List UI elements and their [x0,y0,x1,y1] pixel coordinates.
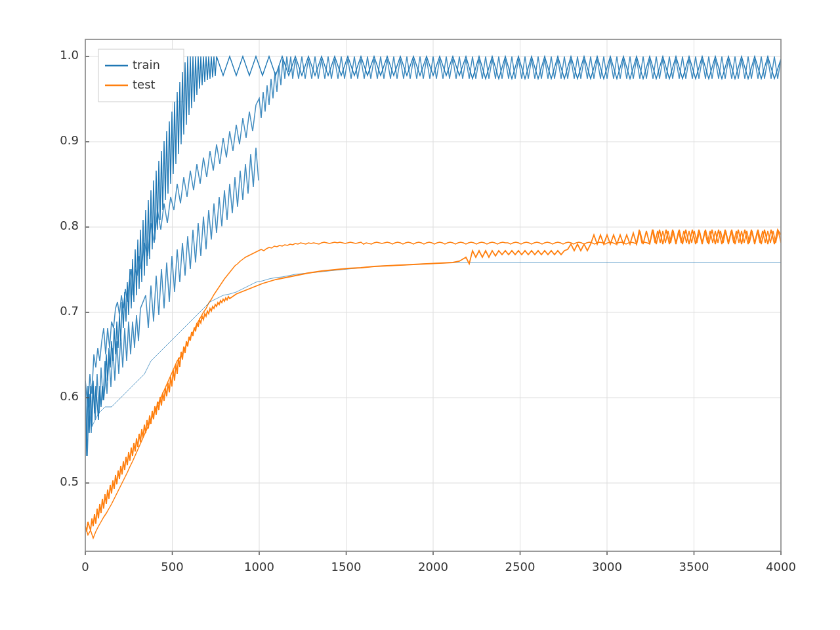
svg-text:1500: 1500 [331,560,362,574]
svg-text:0.7: 0.7 [60,304,79,318]
svg-text:1.0: 1.0 [60,48,79,62]
svg-text:500: 500 [161,560,183,574]
svg-text:2000: 2000 [418,560,448,574]
svg-text:0.8: 0.8 [60,219,79,232]
svg-text:4000: 4000 [766,560,796,574]
svg-rect-30 [98,49,184,102]
svg-text:0.9: 0.9 [60,133,79,147]
chart-container: 1.0 0.9 0.8 0.7 0.6 0.5 0 500 1000 1500 … [33,26,807,604]
svg-text:2500: 2500 [505,560,536,574]
legend-train-label: train [133,58,160,72]
legend-test-label: test [133,77,156,91]
chart-svg: 1.0 0.9 0.8 0.7 0.6 0.5 0 500 1000 1500 … [33,26,807,604]
svg-text:3500: 3500 [679,560,709,574]
svg-text:0.5: 0.5 [60,474,79,488]
svg-text:3000: 3000 [592,560,622,574]
svg-text:0: 0 [81,560,89,574]
svg-text:0.6: 0.6 [60,389,79,403]
svg-text:1000: 1000 [244,560,274,574]
